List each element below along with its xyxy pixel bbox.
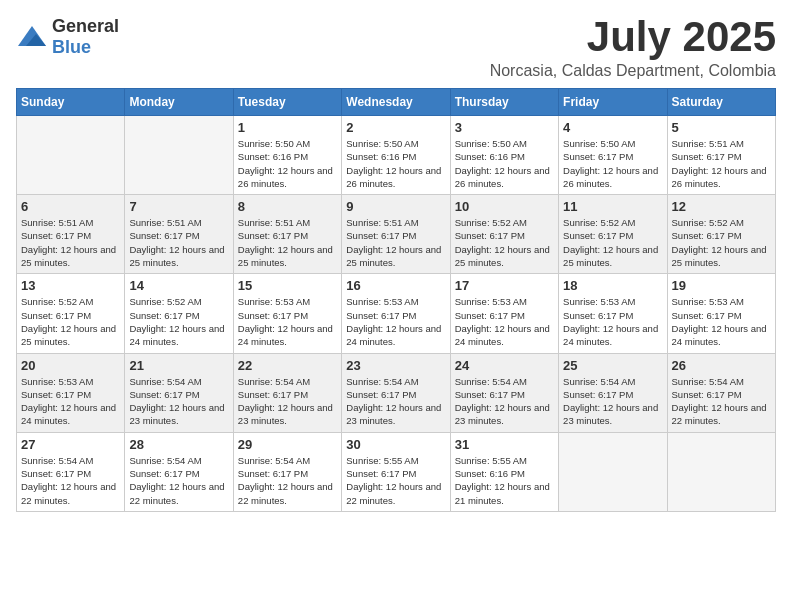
day-detail: Sunrise: 5:53 AMSunset: 6:17 PMDaylight:… <box>455 295 554 348</box>
logo-icon <box>16 24 48 50</box>
day-detail: Sunrise: 5:51 AMSunset: 6:17 PMDaylight:… <box>346 216 445 269</box>
day-number: 7 <box>129 199 228 214</box>
day-number: 15 <box>238 278 337 293</box>
weekday-header-saturday: Saturday <box>667 89 775 116</box>
calendar-cell: 15Sunrise: 5:53 AMSunset: 6:17 PMDayligh… <box>233 274 341 353</box>
weekday-header-wednesday: Wednesday <box>342 89 450 116</box>
calendar-cell: 1Sunrise: 5:50 AMSunset: 6:16 PMDaylight… <box>233 116 341 195</box>
day-detail: Sunrise: 5:52 AMSunset: 6:17 PMDaylight:… <box>129 295 228 348</box>
logo-general: General <box>52 16 119 36</box>
weekday-header-monday: Monday <box>125 89 233 116</box>
day-detail: Sunrise: 5:50 AMSunset: 6:16 PMDaylight:… <box>346 137 445 190</box>
calendar-cell: 17Sunrise: 5:53 AMSunset: 6:17 PMDayligh… <box>450 274 558 353</box>
calendar-cell: 8Sunrise: 5:51 AMSunset: 6:17 PMDaylight… <box>233 195 341 274</box>
day-number: 18 <box>563 278 662 293</box>
logo-text: General Blue <box>52 16 119 58</box>
calendar-cell: 14Sunrise: 5:52 AMSunset: 6:17 PMDayligh… <box>125 274 233 353</box>
day-number: 5 <box>672 120 771 135</box>
day-number: 4 <box>563 120 662 135</box>
calendar-cell: 20Sunrise: 5:53 AMSunset: 6:17 PMDayligh… <box>17 353 125 432</box>
location-title: Norcasia, Caldas Department, Colombia <box>490 62 776 80</box>
day-number: 13 <box>21 278 120 293</box>
day-detail: Sunrise: 5:54 AMSunset: 6:17 PMDaylight:… <box>238 454 337 507</box>
day-number: 31 <box>455 437 554 452</box>
day-number: 28 <box>129 437 228 452</box>
day-detail: Sunrise: 5:50 AMSunset: 6:16 PMDaylight:… <box>455 137 554 190</box>
day-detail: Sunrise: 5:52 AMSunset: 6:17 PMDaylight:… <box>21 295 120 348</box>
day-number: 22 <box>238 358 337 373</box>
day-number: 12 <box>672 199 771 214</box>
calendar-cell: 18Sunrise: 5:53 AMSunset: 6:17 PMDayligh… <box>559 274 667 353</box>
day-detail: Sunrise: 5:51 AMSunset: 6:17 PMDaylight:… <box>672 137 771 190</box>
day-detail: Sunrise: 5:54 AMSunset: 6:17 PMDaylight:… <box>129 454 228 507</box>
day-detail: Sunrise: 5:52 AMSunset: 6:17 PMDaylight:… <box>563 216 662 269</box>
day-detail: Sunrise: 5:54 AMSunset: 6:17 PMDaylight:… <box>21 454 120 507</box>
day-detail: Sunrise: 5:53 AMSunset: 6:17 PMDaylight:… <box>672 295 771 348</box>
calendar-cell <box>559 432 667 511</box>
day-detail: Sunrise: 5:54 AMSunset: 6:17 PMDaylight:… <box>455 375 554 428</box>
calendar-cell: 10Sunrise: 5:52 AMSunset: 6:17 PMDayligh… <box>450 195 558 274</box>
logo: General Blue <box>16 16 119 58</box>
day-number: 23 <box>346 358 445 373</box>
day-number: 26 <box>672 358 771 373</box>
month-title: July 2025 <box>490 16 776 58</box>
calendar-cell: 21Sunrise: 5:54 AMSunset: 6:17 PMDayligh… <box>125 353 233 432</box>
weekday-header-thursday: Thursday <box>450 89 558 116</box>
calendar-cell: 26Sunrise: 5:54 AMSunset: 6:17 PMDayligh… <box>667 353 775 432</box>
day-detail: Sunrise: 5:51 AMSunset: 6:17 PMDaylight:… <box>238 216 337 269</box>
calendar-table: SundayMondayTuesdayWednesdayThursdayFrid… <box>16 88 776 512</box>
calendar-cell: 22Sunrise: 5:54 AMSunset: 6:17 PMDayligh… <box>233 353 341 432</box>
day-number: 25 <box>563 358 662 373</box>
calendar-cell: 5Sunrise: 5:51 AMSunset: 6:17 PMDaylight… <box>667 116 775 195</box>
calendar-cell: 9Sunrise: 5:51 AMSunset: 6:17 PMDaylight… <box>342 195 450 274</box>
day-detail: Sunrise: 5:52 AMSunset: 6:17 PMDaylight:… <box>455 216 554 269</box>
calendar-cell: 24Sunrise: 5:54 AMSunset: 6:17 PMDayligh… <box>450 353 558 432</box>
calendar-cell: 13Sunrise: 5:52 AMSunset: 6:17 PMDayligh… <box>17 274 125 353</box>
day-number: 6 <box>21 199 120 214</box>
day-number: 1 <box>238 120 337 135</box>
day-detail: Sunrise: 5:53 AMSunset: 6:17 PMDaylight:… <box>21 375 120 428</box>
day-number: 14 <box>129 278 228 293</box>
logo-blue: Blue <box>52 37 91 57</box>
weekday-header-tuesday: Tuesday <box>233 89 341 116</box>
day-detail: Sunrise: 5:52 AMSunset: 6:17 PMDaylight:… <box>672 216 771 269</box>
calendar-cell: 11Sunrise: 5:52 AMSunset: 6:17 PMDayligh… <box>559 195 667 274</box>
day-detail: Sunrise: 5:51 AMSunset: 6:17 PMDaylight:… <box>129 216 228 269</box>
day-detail: Sunrise: 5:51 AMSunset: 6:17 PMDaylight:… <box>21 216 120 269</box>
day-number: 19 <box>672 278 771 293</box>
day-detail: Sunrise: 5:54 AMSunset: 6:17 PMDaylight:… <box>563 375 662 428</box>
weekday-header-sunday: Sunday <box>17 89 125 116</box>
day-number: 24 <box>455 358 554 373</box>
calendar-cell: 31Sunrise: 5:55 AMSunset: 6:16 PMDayligh… <box>450 432 558 511</box>
calendar-cell: 28Sunrise: 5:54 AMSunset: 6:17 PMDayligh… <box>125 432 233 511</box>
day-number: 8 <box>238 199 337 214</box>
day-detail: Sunrise: 5:55 AMSunset: 6:16 PMDaylight:… <box>455 454 554 507</box>
day-number: 11 <box>563 199 662 214</box>
calendar-cell: 7Sunrise: 5:51 AMSunset: 6:17 PMDaylight… <box>125 195 233 274</box>
calendar-cell: 12Sunrise: 5:52 AMSunset: 6:17 PMDayligh… <box>667 195 775 274</box>
day-detail: Sunrise: 5:53 AMSunset: 6:17 PMDaylight:… <box>346 295 445 348</box>
day-detail: Sunrise: 5:53 AMSunset: 6:17 PMDaylight:… <box>238 295 337 348</box>
calendar-cell: 6Sunrise: 5:51 AMSunset: 6:17 PMDaylight… <box>17 195 125 274</box>
title-area: July 2025 Norcasia, Caldas Department, C… <box>490 16 776 80</box>
calendar-cell <box>125 116 233 195</box>
calendar-cell: 23Sunrise: 5:54 AMSunset: 6:17 PMDayligh… <box>342 353 450 432</box>
calendar-cell: 3Sunrise: 5:50 AMSunset: 6:16 PMDaylight… <box>450 116 558 195</box>
day-number: 9 <box>346 199 445 214</box>
calendar-cell: 27Sunrise: 5:54 AMSunset: 6:17 PMDayligh… <box>17 432 125 511</box>
page-header: General Blue July 2025 Norcasia, Caldas … <box>16 16 776 80</box>
calendar-cell: 16Sunrise: 5:53 AMSunset: 6:17 PMDayligh… <box>342 274 450 353</box>
day-detail: Sunrise: 5:50 AMSunset: 6:16 PMDaylight:… <box>238 137 337 190</box>
calendar-cell: 4Sunrise: 5:50 AMSunset: 6:17 PMDaylight… <box>559 116 667 195</box>
weekday-header-friday: Friday <box>559 89 667 116</box>
day-detail: Sunrise: 5:54 AMSunset: 6:17 PMDaylight:… <box>346 375 445 428</box>
day-number: 10 <box>455 199 554 214</box>
calendar-cell <box>667 432 775 511</box>
day-number: 27 <box>21 437 120 452</box>
calendar-cell: 29Sunrise: 5:54 AMSunset: 6:17 PMDayligh… <box>233 432 341 511</box>
day-number: 30 <box>346 437 445 452</box>
day-detail: Sunrise: 5:50 AMSunset: 6:17 PMDaylight:… <box>563 137 662 190</box>
calendar-cell <box>17 116 125 195</box>
day-detail: Sunrise: 5:54 AMSunset: 6:17 PMDaylight:… <box>129 375 228 428</box>
calendar-cell: 30Sunrise: 5:55 AMSunset: 6:17 PMDayligh… <box>342 432 450 511</box>
